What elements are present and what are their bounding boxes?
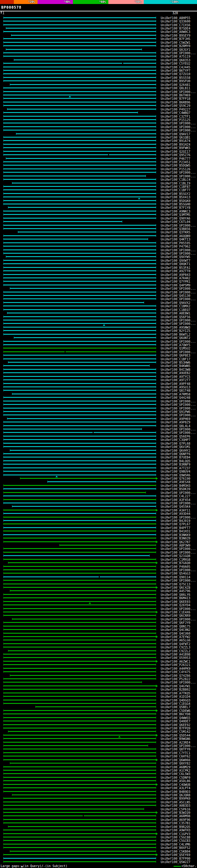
hit-alignment-bar[interactable] (7, 313, 156, 313)
hit-label[interactable]: UniRef100_Q90114 (161, 575, 190, 579)
hit-alignment-bar[interactable] (3, 724, 156, 725)
hit-row[interactable]: UniRef100_B9FWK5 (0, 146, 197, 150)
hit-alignment-bar[interactable] (3, 73, 156, 74)
hit-alignment-bar[interactable] (3, 577, 156, 577)
hit-alignment-bar[interactable] (3, 70, 156, 71)
hit-alignment-bar[interactable] (3, 682, 142, 683)
hit-row[interactable]: UniRef100_A9P8Z9 (0, 421, 197, 424)
hit-row[interactable]: UniRef100_B4LQQ5 (0, 459, 197, 463)
hit-label[interactable]: UniRef100_C5YEU2 (161, 62, 190, 65)
hit-row[interactable]: UniRef100_UPI000... (0, 252, 197, 255)
hit-alignment-bar[interactable] (3, 17, 156, 18)
hit-label[interactable]: UniRef100_A9NKC3 (161, 209, 190, 213)
hit-label[interactable]: UniRef100_A0B3D3 (161, 804, 190, 807)
hit-row[interactable]: UniRef100_C6HT62 (0, 755, 197, 758)
hit-alignment-bar[interactable] (3, 204, 156, 205)
hit-alignment-bar[interactable] (3, 861, 156, 862)
hit-row[interactable]: UniRef100_Q6P8E3 (0, 354, 197, 357)
hit-row[interactable]: UniRef100_Q6V1M1 (0, 445, 197, 448)
hit-label[interactable]: UniRef100_UPI000... (161, 428, 196, 431)
hit-row[interactable]: UniRef100_A9P843 (0, 273, 197, 276)
hit-row[interactable]: UniRef100_A9SU13 (0, 385, 197, 389)
hit-row[interactable]: UniRef100_B9R2Q5 (0, 825, 197, 828)
hit-alignment-bar[interactable] (3, 727, 156, 728)
hit-row[interactable]: UniRef100_A7R4R2 (0, 276, 197, 280)
hit-label[interactable]: UniRef100_Q627B7 (161, 540, 190, 544)
hit-alignment-bar[interactable] (3, 858, 156, 859)
hit-alignment-bar[interactable] (3, 534, 156, 535)
hit-row[interactable]: UniRef100_C6L5W3 (0, 772, 197, 776)
hit-row[interactable]: UniRef100_Q90YA6 (0, 216, 197, 220)
hit-alignment-bar[interactable] (3, 766, 156, 767)
hit-label[interactable]: UniRef100_C9ZZL2 (161, 649, 190, 652)
hit-row[interactable]: UniRef100_P15126 (0, 167, 197, 170)
hit-label[interactable]: UniRef100_C5WZW1 (161, 41, 190, 44)
hit-row[interactable]: UniRef100_A1CPK2 (0, 769, 197, 772)
hit-row[interactable]: UniRef100_B6TH69 (0, 93, 197, 97)
hit-alignment-bar[interactable] (3, 552, 156, 553)
hit-row[interactable]: UniRef100_Q9W5R6 (0, 473, 197, 477)
hit-label[interactable]: UniRef100_UPI000... (161, 399, 196, 403)
hit-label[interactable]: UniRef100_Q8LB11 (161, 87, 190, 90)
hit-alignment-bar[interactable] (3, 214, 156, 215)
hit-row[interactable]: UniRef100_B3WIQ9 (0, 811, 197, 814)
hit-row[interactable]: UniRef100_P49227 (0, 107, 197, 111)
hit-alignment-bar[interactable] (3, 622, 156, 623)
hit-label[interactable]: UniRef100_B5S558 (161, 76, 190, 79)
hit-label[interactable]: UniRef100_UPI000... (161, 129, 196, 132)
hit-alignment-bar[interactable] (3, 474, 156, 475)
hit-label[interactable]: UniRef100_A6ZWC1 (161, 659, 190, 663)
hit-row[interactable]: UniRef100_B3N0Z0 (0, 536, 197, 540)
hit-label[interactable]: UniRef100_B6WTL2 (161, 333, 190, 336)
hit-alignment-bar[interactable] (47, 481, 156, 482)
hit-alignment-bar[interactable] (3, 309, 156, 310)
hit-alignment-bar[interactable] (3, 66, 156, 67)
hit-alignment-bar[interactable] (3, 179, 156, 180)
hit-label[interactable]: UniRef100_Q0QKT1 (161, 262, 190, 266)
hit-alignment-bar[interactable] (10, 84, 156, 85)
hit-row[interactable]: UniRef100_P23451 (0, 160, 197, 163)
hit-row[interactable]: UniRef100_B5SGY2 (0, 192, 197, 195)
hit-alignment-bar[interactable] (3, 748, 156, 749)
hit-row[interactable]: UniRef100_B9SEY9 (0, 34, 197, 37)
hit-alignment-bar[interactable] (3, 77, 156, 78)
hit-label[interactable]: UniRef100_Q6V1M1 (161, 445, 190, 448)
hit-alignment-bar[interactable] (3, 130, 156, 130)
hit-alignment-bar[interactable] (3, 502, 156, 503)
hit-label[interactable]: UniRef100_Q6VHY2 (161, 448, 190, 452)
hit-label[interactable]: UniRef100_Q0XY82 (161, 762, 190, 765)
hit-label[interactable]: UniRef100_B4LQQ5 (161, 459, 190, 463)
hit-row[interactable]: UniRef100_A7QWY5 (0, 343, 197, 346)
hit-row[interactable]: UniRef100_C5M142 (0, 730, 197, 734)
hit-alignment-bar[interactable] (3, 661, 156, 662)
hit-alignment-bar[interactable] (3, 376, 156, 377)
hit-label[interactable]: UniRef100_Q75C13 (161, 582, 190, 586)
hit-alignment-bar[interactable] (3, 154, 156, 155)
hit-alignment-bar[interactable] (3, 520, 156, 521)
hit-row[interactable]: UniRef100_UPI000... (0, 607, 197, 610)
hit-row[interactable]: UniRef100_P52822 (0, 677, 197, 680)
hit-alignment-bar[interactable] (3, 791, 156, 792)
hit-alignment-bar[interactable] (3, 112, 138, 113)
hit-row[interactable]: UniRef100_A7TZ37 (0, 466, 197, 470)
hit-row[interactable]: UniRef100_B4KWN5 (0, 364, 197, 368)
hit-row[interactable]: UniRef100_UPI000... (0, 413, 197, 417)
hit-label[interactable]: UniRef100_B3N0Z0 (161, 537, 190, 540)
hit-label[interactable]: UniRef100_Q6FJY0 (161, 621, 190, 624)
hit-label[interactable]: UniRef100_B3RNF9 (161, 463, 190, 466)
hit-row[interactable]: UniRef100_Q4GYW1 (0, 684, 197, 688)
hit-row[interactable]: UniRef100_Q33600 (0, 20, 197, 23)
hit-label[interactable]: UniRef100_A7R4R2 (161, 276, 190, 280)
hit-row[interactable]: UniRef100_Q4DGQ3 (0, 698, 197, 702)
hit-row[interactable]: UniRef100_Q8N175 (0, 624, 197, 628)
hit-alignment-bar[interactable] (3, 56, 156, 57)
hit-label[interactable]: UniRef100_UPI000... (161, 171, 196, 174)
hit-row[interactable]: UniRef100_UPI000... (0, 171, 197, 174)
hit-label[interactable]: UniRef100_UPI000... (161, 90, 196, 93)
hit-row[interactable]: UniRef100_Q5EY69 (0, 853, 197, 856)
hit-label[interactable]: UniRef100_B6M4I3 (161, 596, 190, 600)
hit-alignment-bar[interactable] (3, 626, 156, 627)
hit-label[interactable]: UniRef100_C5DEW6 (161, 709, 190, 712)
hit-row[interactable]: UniRef100_P05595 (0, 241, 197, 245)
hit-label[interactable]: UniRef100_Q56EP6 (161, 434, 190, 438)
